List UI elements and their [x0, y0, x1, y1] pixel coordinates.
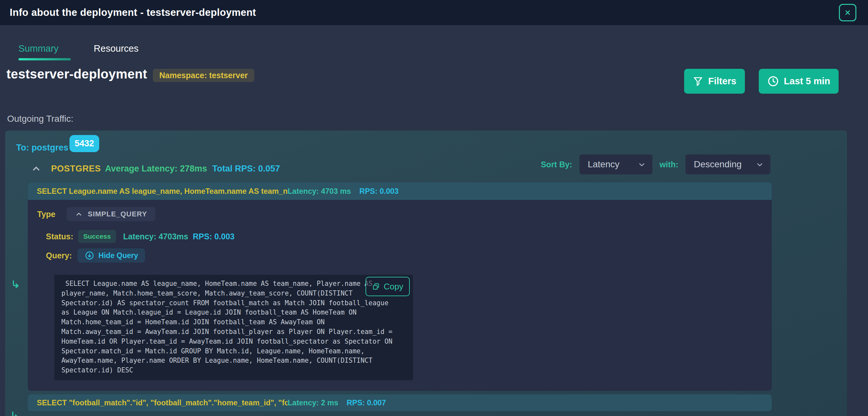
page-title: testserver-deployment — [6, 67, 147, 82]
query-entry-row[interactable]: SELECT League.name AS league_name, HomeT… — [28, 183, 772, 200]
tab-summary[interactable]: Summary — [19, 43, 71, 60]
query-entry: SELECT "football_match"."id", "football_… — [28, 394, 772, 411]
deployment-info-window: Info about the deployment - testserver-d… — [0, 0, 868, 416]
query-entry-row[interactable]: SELECT "football_match"."id", "football_… — [28, 394, 772, 411]
sort-order-select[interactable]: Descending — [685, 154, 770, 174]
hide-query-button[interactable]: Hide Query — [78, 248, 146, 263]
branch-arrow-icon — [11, 280, 21, 289]
sql-text: SELECT League.name AS league_name, HomeT… — [54, 275, 413, 375]
collapse-button[interactable] — [31, 163, 44, 174]
close-button[interactable] — [839, 4, 856, 21]
chevron-down-icon — [638, 160, 646, 169]
type-line: Type SIMPLE_QUERY — [37, 207, 155, 221]
status-label: Status: — [46, 232, 73, 241]
destination-label: To: postgres — [16, 143, 68, 153]
time-range-button-label: Last 5 min — [784, 76, 830, 87]
type-label: Type — [37, 210, 56, 219]
outgoing-traffic-label: Outgoing Traffic: — [7, 114, 73, 124]
average-latency: Average Latency: 278ms — [105, 164, 207, 174]
time-range-button[interactable]: Last 5 min — [759, 69, 839, 94]
query-rps: RPS: 0.003 — [359, 187, 399, 196]
sort-order-label: with: — [659, 160, 678, 169]
sql-code-block: SELECT League.name AS league_name, HomeT… — [54, 275, 413, 380]
protocol-header-row: POSTGRES Average Latency: 278ms Total RP… — [31, 160, 280, 178]
status-badge: Success — [78, 230, 116, 243]
status-line: Status: Success Latency: 4703ms RPS: 0.0… — [46, 230, 235, 243]
detail-rps: RPS: 0.003 — [193, 232, 234, 241]
detail-latency: Latency: 4703ms — [123, 232, 188, 241]
branch-arrow-icon — [10, 411, 20, 416]
filter-icon — [692, 76, 704, 87]
sort-order-value: Descending — [694, 159, 742, 169]
copy-button[interactable]: Copy — [366, 277, 410, 296]
query-label: Query: — [46, 251, 72, 260]
filters-button-label: Filters — [708, 76, 737, 87]
query-preview: SELECT League.name AS league_name, HomeT… — [37, 187, 288, 196]
query-entry: SELECT League.name AS league_name, HomeT… — [28, 183, 772, 391]
sort-controls: Sort By: Latency with: Descending — [540, 154, 770, 174]
arrow-down-circle-icon — [85, 251, 94, 260]
hide-query-label: Hide Query — [99, 251, 138, 260]
port-badge: 5432 — [69, 135, 99, 152]
query-latency: Latency: 2 ms — [288, 398, 338, 407]
type-value: SIMPLE_QUERY — [88, 210, 147, 218]
query-entry-detail: Type SIMPLE_QUERY Status: Success Latenc… — [28, 200, 772, 391]
chevron-up-icon — [75, 210, 83, 218]
namespace-badge: Namespace: testserver — [153, 69, 254, 82]
sort-by-value: Latency — [588, 159, 619, 169]
copy-icon — [372, 282, 380, 291]
header-actions: Filters Last 5 min — [684, 69, 839, 94]
copy-button-label: Copy — [383, 282, 403, 292]
filters-button[interactable]: Filters — [684, 69, 745, 94]
type-toggle[interactable]: SIMPLE_QUERY — [67, 207, 156, 221]
window-title: Info about the deployment - testserver-d… — [10, 7, 256, 19]
sort-by-select[interactable]: Latency — [580, 154, 652, 174]
query-line: Query: Hide Query — [46, 248, 145, 263]
titlebar: Info about the deployment - testserver-d… — [0, 0, 868, 25]
tab-resources[interactable]: Resources — [94, 43, 138, 60]
tab-bar: Summary Resources — [19, 43, 138, 60]
chevron-down-icon — [755, 160, 764, 169]
traffic-panel: To: postgres 5432 POSTGRES Average Laten… — [5, 130, 847, 416]
chevron-up-icon — [31, 163, 41, 174]
query-preview: SELECT "football_match"."id", "football_… — [37, 398, 288, 407]
close-icon — [843, 8, 852, 17]
sort-by-label: Sort By: — [540, 160, 572, 169]
query-latency: Latency: 4703 ms — [288, 187, 351, 196]
query-rps: RPS: 0.007 — [347, 398, 386, 407]
clock-icon — [767, 75, 779, 87]
protocol-name: POSTGRES — [51, 164, 101, 174]
total-rps: Total RPS: 0.057 — [212, 164, 280, 174]
